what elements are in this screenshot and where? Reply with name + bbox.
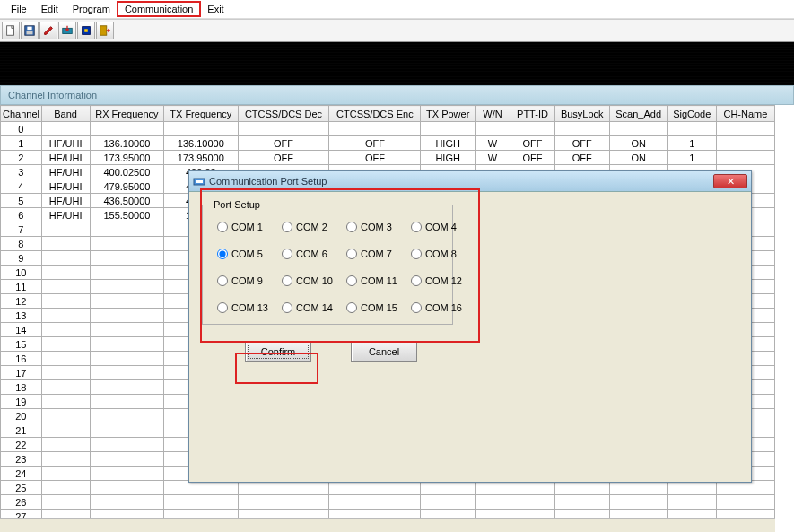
port-radio-com7[interactable]: COM 7 — [346, 249, 407, 259]
menu-communication[interactable]: Communication — [118, 2, 200, 16]
cell[interactable]: 173.95000 — [90, 151, 163, 165]
cell[interactable] — [90, 467, 163, 481]
cell[interactable]: HF/UHI — [41, 179, 90, 194]
cell[interactable]: HIGH — [421, 136, 476, 151]
cell[interactable] — [90, 337, 163, 352]
cell[interactable] — [609, 495, 667, 510]
cell[interactable] — [90, 237, 163, 251]
cell[interactable] — [510, 495, 555, 510]
cell[interactable] — [90, 251, 163, 266]
cell[interactable]: W — [476, 136, 510, 151]
cell[interactable]: 17 — [1, 366, 42, 380]
cell[interactable]: 7 — [1, 222, 42, 237]
download-icon[interactable] — [77, 22, 95, 39]
cell[interactable]: OFF — [510, 136, 555, 151]
cell[interactable] — [90, 294, 163, 309]
cell[interactable]: 5 — [1, 194, 42, 208]
cell[interactable] — [90, 409, 163, 423]
port-radio-input[interactable] — [282, 249, 292, 259]
port-radio-com1[interactable]: COM 1 — [217, 222, 278, 232]
cell[interactable]: 19 — [1, 395, 42, 409]
cell[interactable] — [238, 495, 329, 510]
col-tx[interactable]: TX Frequency — [164, 106, 238, 122]
cell[interactable]: 1 — [1, 136, 42, 151]
cell[interactable] — [41, 309, 90, 323]
port-radio-com2[interactable]: COM 2 — [282, 222, 343, 232]
cell[interactable] — [90, 366, 163, 380]
cell[interactable]: 23 — [1, 452, 42, 467]
cell[interactable] — [90, 423, 163, 438]
cell[interactable] — [476, 122, 510, 136]
cell[interactable] — [90, 481, 163, 495]
cell[interactable]: HF/UHI — [41, 194, 90, 208]
new-icon[interactable] — [2, 22, 20, 39]
cell[interactable] — [41, 352, 90, 366]
col-ptt[interactable]: PTT-ID — [510, 106, 555, 122]
port-radio-input[interactable] — [346, 249, 357, 259]
cell[interactable]: 3 — [1, 165, 42, 179]
cell[interactable]: OFF — [329, 151, 421, 165]
cell[interactable] — [667, 495, 716, 510]
read-icon[interactable] — [58, 22, 76, 39]
cell[interactable]: OFF — [510, 151, 555, 165]
cell[interactable]: 4 — [1, 179, 42, 194]
cell[interactable] — [667, 122, 716, 136]
cell[interactable]: 0 — [1, 122, 42, 136]
cell[interactable]: 479.95000 — [90, 179, 163, 194]
cell[interactable]: HF/UHI — [41, 165, 90, 179]
cell[interactable]: 136.10000 — [164, 136, 238, 151]
table-row[interactable]: 0 — [1, 122, 775, 136]
cell[interactable] — [90, 395, 163, 409]
port-radio-com6[interactable]: COM 6 — [282, 249, 343, 259]
cell[interactable] — [41, 452, 90, 467]
cell[interactable] — [41, 280, 90, 294]
cell[interactable]: 18 — [1, 380, 42, 395]
cell[interactable] — [164, 495, 238, 510]
cell[interactable] — [90, 266, 163, 280]
cell[interactable]: 22 — [1, 438, 42, 452]
col-dec[interactable]: CTCSS/DCS Dec — [238, 106, 329, 122]
menu-exit[interactable]: Exit — [200, 2, 231, 16]
port-radio-input[interactable] — [346, 275, 357, 286]
cell[interactable]: 12 — [1, 294, 42, 309]
cell[interactable] — [164, 122, 238, 136]
cell[interactable]: 2 — [1, 151, 42, 165]
cell[interactable] — [421, 495, 476, 510]
close-icon[interactable]: ✕ — [713, 174, 747, 188]
port-radio-input[interactable] — [411, 302, 422, 313]
cell[interactable] — [90, 380, 163, 395]
cell[interactable] — [90, 222, 163, 237]
port-radio-com5[interactable]: COM 5 — [217, 249, 278, 259]
cell[interactable]: HF/UHI — [41, 136, 90, 151]
cell[interactable]: 26 — [1, 495, 42, 510]
cell[interactable]: 9 — [1, 251, 42, 266]
cell[interactable]: 8 — [1, 237, 42, 251]
cell[interactable]: 24 — [1, 467, 42, 481]
cell[interactable] — [41, 266, 90, 280]
cell[interactable]: HF/UHI — [41, 208, 90, 222]
port-radio-input[interactable] — [346, 222, 357, 232]
cell[interactable]: 25 — [1, 481, 42, 495]
port-radio-input[interactable] — [346, 302, 357, 313]
menu-program[interactable]: Program — [65, 2, 118, 16]
col-pwr[interactable]: TX Power — [421, 106, 476, 122]
col-busy[interactable]: BusyLock — [554, 106, 609, 122]
cell[interactable] — [716, 151, 774, 165]
cell[interactable] — [41, 438, 90, 452]
save-icon[interactable] — [21, 22, 39, 39]
cell[interactable] — [41, 467, 90, 481]
cell[interactable]: W — [476, 151, 510, 165]
cell[interactable] — [90, 309, 163, 323]
menu-file[interactable]: File — [4, 2, 34, 16]
port-radio-input[interactable] — [411, 222, 422, 232]
menu-edit[interactable]: Edit — [34, 2, 65, 16]
cell[interactable]: OFF — [329, 136, 421, 151]
cell[interactable] — [90, 495, 163, 510]
cell[interactable] — [90, 280, 163, 294]
cell[interactable] — [554, 122, 609, 136]
port-radio-input[interactable] — [217, 222, 228, 232]
cell[interactable] — [716, 136, 774, 151]
port-radio-input[interactable] — [217, 275, 228, 286]
cell[interactable]: 6 — [1, 208, 42, 222]
cell[interactable]: OFF — [554, 136, 609, 151]
